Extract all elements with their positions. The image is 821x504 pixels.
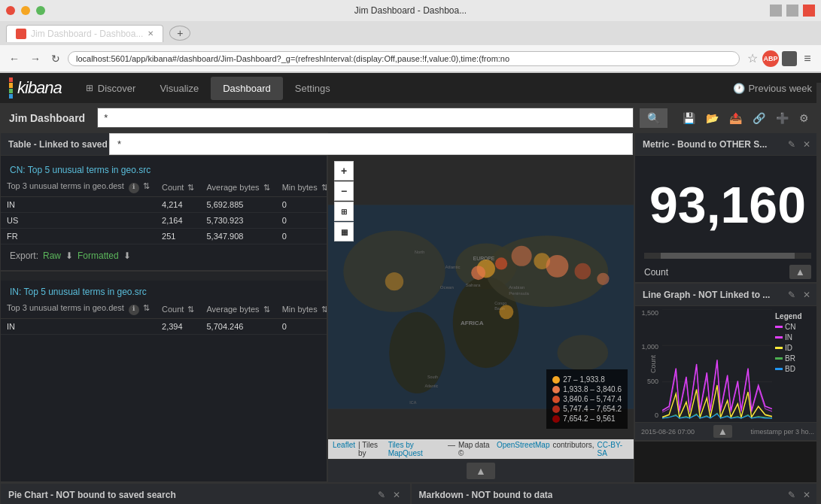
chart-x-label: 2015-08-26 07:00 — [641, 428, 695, 436]
legend-color-br — [775, 357, 783, 360]
back-btn[interactable]: ← — [6, 51, 23, 66]
y-tick-1500: 1,500 — [641, 309, 658, 317]
info-icon[interactable]: ℹ — [129, 305, 139, 315]
dashboard-header: Jim Dashboard 🔍 💾 📂 📤 🔗 ➕ ⚙ * — [0, 103, 821, 132]
line-graph-edit-btn[interactable]: ✎ — [786, 289, 798, 301]
metric-nav-btns: ▲ — [789, 265, 811, 279]
metric-panel-edit-btn[interactable]: ✎ — [786, 138, 798, 150]
nav-discover[interactable]: ⊞ Discover — [74, 77, 148, 100]
table-panel: Table - Linked to saved search ✎ ✕ CN: T… — [0, 132, 327, 482]
nav-right: 🕐 Previous week — [733, 83, 812, 94]
chart-legend: Legend CN IN ID — [772, 309, 817, 419]
table-panel-content: CN: Top 5 unusual terms in geo.src Top 3… — [1, 156, 327, 481]
address-bar: ← → ↻ ☆ ABP ≡ — [0, 45, 821, 72]
extension-icon-1[interactable] — [782, 51, 797, 66]
col-header-min-bytes[interactable]: Min bytes ⇅ — [276, 178, 327, 197]
svg-text:Atlantic: Atlantic — [445, 264, 461, 269]
col-header-dest-in[interactable]: Top 3 unusual terms in geo.dest ℹ ⇅ — [1, 300, 156, 319]
line-graph-close-btn[interactable]: ✕ — [801, 289, 813, 301]
svg-text:Sahara: Sahara — [466, 282, 481, 287]
metric-scrollbar-thumb[interactable] — [661, 253, 795, 259]
download-icon-formatted: ⬇ — [123, 250, 131, 261]
legend-color-3 — [552, 396, 560, 403]
share-dashboard-btn[interactable]: 📤 — [726, 109, 745, 127]
chart-expand-btn[interactable]: ▲ — [713, 425, 732, 438]
refresh-btn[interactable]: ↻ — [48, 51, 63, 66]
fit-bounds-btn[interactable]: ⊞ — [334, 202, 354, 221]
svg-text:Arabian: Arabian — [509, 284, 525, 290]
info-icon[interactable]: ℹ — [129, 183, 139, 193]
svg-point-26 — [546, 255, 569, 278]
pie-panel-edit-btn[interactable]: ✎ — [376, 489, 388, 501]
line-graph-header: Line Graph - NOT Linked to ... ✎ ✕ — [635, 284, 820, 306]
svg-point-27 — [499, 305, 513, 319]
map-container[interactable]: EUROPE AFRICA Sahara Arabian Peninsula A… — [328, 155, 634, 459]
svg-point-28 — [385, 272, 403, 290]
legend-title: Legend — [775, 312, 814, 320]
openstreetmap-link[interactable]: OpenStreetMap — [497, 441, 550, 457]
zoom-out-btn[interactable]: − — [334, 181, 354, 201]
metric-panel-close-btn[interactable]: ✕ — [801, 138, 813, 150]
markdown-panel-title: Markdown - NOT bound to data — [419, 490, 553, 500]
export-raw-link[interactable]: Raw — [43, 250, 61, 261]
leaflet-link[interactable]: Leaflet — [333, 441, 355, 457]
right-panel: Metric - Bound to OTHER S... ✎ ✕ 93,160 … — [634, 132, 821, 482]
browser-tab[interactable]: Jim Dashboard - Dashboa... ✕ — [6, 25, 163, 42]
save-dashboard-btn[interactable]: 💾 — [680, 109, 698, 127]
mapquest-link[interactable]: Tiles by MapQuest — [388, 441, 445, 457]
markdown-panel-edit-btn[interactable]: ✎ — [786, 489, 798, 501]
markdown-panel-header: Markdown - NOT bound to data ✎ ✕ — [412, 484, 821, 504]
legend-range-2: 1,933.8 – 3,840.6 — [563, 385, 622, 393]
open-link-btn[interactable]: 🔗 — [750, 109, 768, 127]
col-header-min-in[interactable]: Min bytes ⇅ — [276, 300, 327, 319]
legend-label-br: BR — [785, 354, 795, 363]
col-header-dest[interactable]: Top 3 unusual terms in geo.dest ℹ ⇅ — [1, 178, 156, 197]
col-header-count-in[interactable]: Count ⇅ — [156, 300, 200, 319]
pie-panel-close-btn[interactable]: ✕ — [391, 489, 403, 501]
chart-svg-container: 1,500 1,000 500 0 Count — [638, 309, 772, 419]
bookmark-icon[interactable]: ☆ — [747, 51, 758, 65]
url-input[interactable] — [68, 51, 740, 66]
forward-btn[interactable]: → — [27, 51, 44, 66]
markdown-panel-close-btn[interactable]: ✕ — [801, 489, 813, 501]
load-dashboard-btn[interactable]: 📂 — [703, 109, 722, 127]
metric-scrollbar[interactable] — [644, 253, 811, 259]
draw-btn[interactable]: ▦ — [334, 222, 354, 241]
dashboard-title: Jim Dashboard — [9, 112, 85, 124]
legend-item-5: 7,654.2 – 9,561 — [552, 414, 622, 423]
chart-area: 1,500 1,000 500 0 Count — [635, 306, 820, 422]
settings-btn[interactable]: ⚙ — [796, 109, 812, 127]
search-dropdown-item[interactable]: * — [110, 134, 632, 154]
add-panel-btn[interactable]: ➕ — [773, 109, 792, 127]
metric-panel-header: Metric - Bound to OTHER S... ✎ ✕ — [635, 133, 820, 156]
col-header-count[interactable]: Count ⇅ — [156, 178, 200, 197]
legend-item-1: 27 – 1,933.8 — [552, 375, 622, 384]
metric-expand-btn[interactable]: ▲ — [789, 265, 811, 279]
main-nav: ⊞ Discover Visualize Dashboard Settings — [74, 77, 342, 100]
metric-panel-title: Metric - Bound to OTHER S... — [643, 139, 767, 150]
col-header-avg-in[interactable]: Average bytes ⇅ — [200, 300, 275, 319]
markdown-panel-actions: ✎ ✕ — [786, 489, 813, 501]
search-button[interactable]: 🔍 — [640, 108, 667, 128]
export-formatted-link[interactable]: Formatted — [78, 250, 119, 261]
svg-text:AFRICA: AFRICA — [461, 320, 484, 326]
map-prev-btn[interactable]: ▲ — [467, 463, 495, 479]
svg-text:North: North — [415, 250, 424, 254]
nav-visualize[interactable]: Visualize — [147, 77, 211, 100]
nav-settings[interactable]: Settings — [283, 77, 342, 100]
minimize-btn[interactable] — [770, 5, 782, 17]
tab-close-icon[interactable]: ✕ — [147, 29, 154, 38]
col-header-avg-bytes[interactable]: Average bytes ⇅ — [200, 178, 275, 197]
close-btn[interactable] — [803, 5, 815, 17]
license-link[interactable]: CC-BY-SA — [598, 441, 629, 457]
adblock-icon[interactable]: ABP — [762, 50, 779, 67]
zoom-in-btn[interactable]: + — [334, 161, 354, 181]
nav-dashboard[interactable]: Dashboard — [211, 77, 283, 100]
legend-item-4: 5,747.4 – 7,654.2 — [552, 405, 622, 413]
previous-week-btn[interactable]: 🕐 Previous week — [733, 83, 812, 94]
menu-icon[interactable]: ≡ — [800, 51, 815, 66]
legend-range-5: 7,654.2 – 9,561 — [563, 414, 616, 423]
search-input[interactable] — [97, 108, 634, 128]
maximize-btn[interactable] — [786, 5, 798, 17]
new-tab-btn[interactable]: + — [169, 26, 190, 41]
